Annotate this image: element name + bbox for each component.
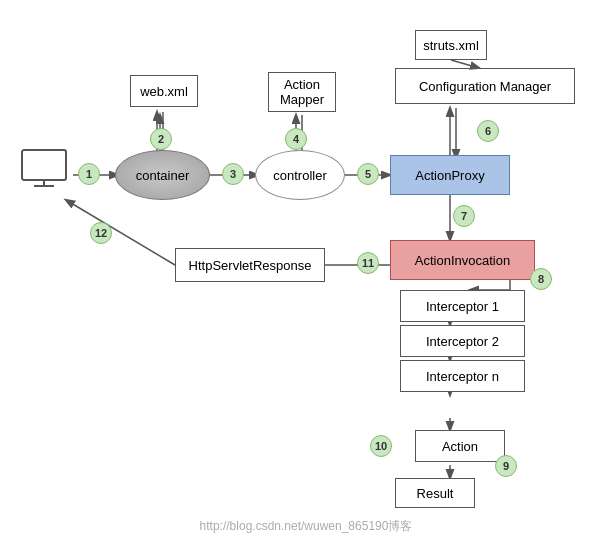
action-mapper-label: Action Mapper: [280, 77, 324, 107]
interceptorn-node: Interceptor n: [400, 360, 525, 392]
config-manager-label: Configuration Manager: [419, 79, 551, 94]
action-invocation-label: ActionInvocation: [415, 253, 510, 268]
interceptor2-label: Interceptor 2: [426, 334, 499, 349]
step-10: 10: [370, 435, 392, 457]
step-5: 5: [357, 163, 379, 185]
svg-rect-21: [22, 150, 66, 180]
result-node: Result: [395, 478, 475, 508]
monitor-icon: [20, 148, 68, 190]
interceptor1-label: Interceptor 1: [426, 299, 499, 314]
config-manager-node: Configuration Manager: [395, 68, 575, 104]
result-label: Result: [417, 486, 454, 501]
action-proxy-node: ActionProxy: [390, 155, 510, 195]
interceptorn-label: Interceptor n: [426, 369, 499, 384]
web-xml-node: web.xml: [130, 75, 198, 107]
interceptor2-node: Interceptor 2: [400, 325, 525, 357]
svg-line-24: [451, 60, 479, 68]
step-1: 1: [78, 163, 100, 185]
step-7: 7: [453, 205, 475, 227]
action-node: Action: [415, 430, 505, 462]
step-2: 2: [150, 128, 172, 150]
action-mapper-node: Action Mapper: [268, 72, 336, 112]
container-label: container: [136, 168, 189, 183]
footer-text: http://blog.csdn.net/wuwen_865190博客: [0, 518, 612, 535]
step-8: 8: [530, 268, 552, 290]
action-invocation-node: ActionInvocation: [390, 240, 535, 280]
step-9: 9: [495, 455, 517, 477]
web-xml-label: web.xml: [140, 84, 188, 99]
container-node: container: [115, 150, 210, 200]
action-label: Action: [442, 439, 478, 454]
interceptor1-node: Interceptor 1: [400, 290, 525, 322]
step-12: 12: [90, 222, 112, 244]
svg-line-20: [66, 200, 175, 265]
step-3: 3: [222, 163, 244, 185]
step-4: 4: [285, 128, 307, 150]
step-6: 6: [477, 120, 499, 142]
struts-xml-label: struts.xml: [423, 38, 479, 53]
http-response-node: HttpServletResponse: [175, 248, 325, 282]
http-response-label: HttpServletResponse: [189, 258, 312, 273]
struts-xml-node: struts.xml: [415, 30, 487, 60]
controller-node: controller: [255, 150, 345, 200]
controller-label: controller: [273, 168, 326, 183]
step-11: 11: [357, 252, 379, 274]
action-proxy-label: ActionProxy: [415, 168, 484, 183]
